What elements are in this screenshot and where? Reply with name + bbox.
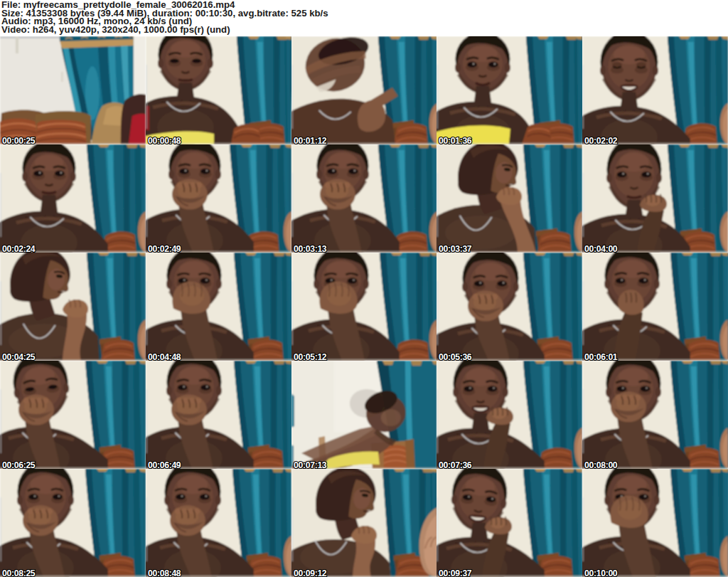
svg-text:00:03:13: 00:03:13 bbox=[294, 244, 327, 253]
svg-text:00:01:12: 00:01:12 bbox=[294, 136, 327, 144]
svg-text:00:08:00: 00:08:00 bbox=[584, 460, 618, 469]
svg-text:00:04:00: 00:04:00 bbox=[584, 244, 618, 253]
svg-text:00:07:13: 00:07:13 bbox=[294, 460, 327, 469]
svg-text:00:09:37: 00:09:37 bbox=[439, 568, 472, 577]
svg-text:00:05:12: 00:05:12 bbox=[294, 352, 327, 361]
svg-text:00:04:25: 00:04:25 bbox=[2, 352, 36, 361]
svg-text:00:01:36: 00:01:36 bbox=[439, 136, 472, 144]
svg-text:00:02:49: 00:02:49 bbox=[148, 244, 181, 253]
svg-text:00:08:25: 00:08:25 bbox=[2, 568, 36, 577]
svg-text:00:00:25: 00:00:25 bbox=[2, 136, 36, 144]
svg-text:00:02:02: 00:02:02 bbox=[584, 136, 618, 144]
svg-text:00:06:49: 00:06:49 bbox=[148, 460, 181, 469]
svg-text:00:06:25: 00:06:25 bbox=[2, 460, 36, 469]
svg-text:00:02:24: 00:02:24 bbox=[2, 244, 36, 253]
svg-text:00:04:48: 00:04:48 bbox=[148, 352, 181, 361]
svg-text:00:10:00: 00:10:00 bbox=[584, 568, 618, 577]
svg-text:00:00:48: 00:00:48 bbox=[148, 136, 181, 144]
svg-text:00:05:36: 00:05:36 bbox=[439, 352, 472, 361]
svg-text:00:03:37: 00:03:37 bbox=[439, 244, 472, 253]
svg-text:00:09:12: 00:09:12 bbox=[294, 568, 327, 577]
svg-text:00:08:48: 00:08:48 bbox=[148, 568, 181, 577]
svg-text:00:07:36: 00:07:36 bbox=[439, 460, 472, 469]
svg-text:00:06:01: 00:06:01 bbox=[584, 352, 618, 361]
